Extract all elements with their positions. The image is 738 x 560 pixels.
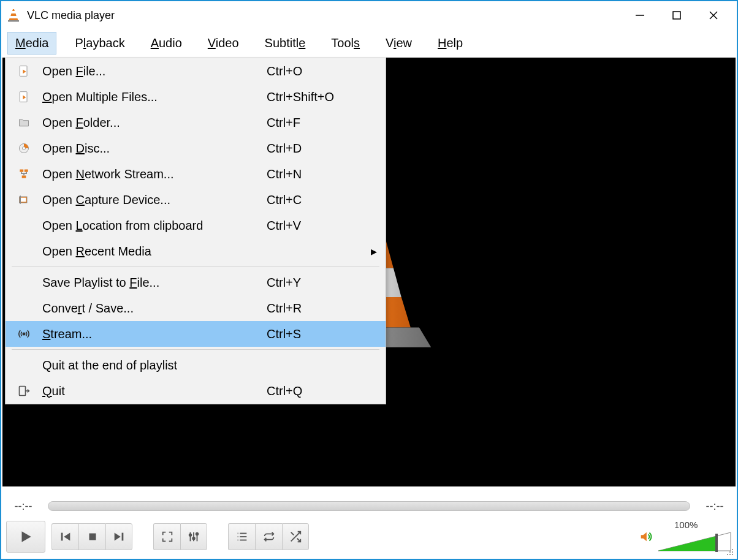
menu-item-shortcut: Ctrl+N xyxy=(267,167,365,181)
svg-rect-19 xyxy=(122,533,124,541)
menu-item-open-network-stream[interactable]: Open Network Stream...Ctrl+N xyxy=(6,161,386,187)
menu-playback[interactable]: Playback xyxy=(67,32,132,54)
minimize-button[interactable] xyxy=(631,7,649,24)
media-menu-dropdown: Open File...Ctrl+OOpen Multiple Files...… xyxy=(5,58,386,404)
menu-video[interactable]: Video xyxy=(200,32,246,54)
svg-rect-17 xyxy=(61,533,63,541)
svg-rect-38 xyxy=(727,554,728,555)
menu-item-shortcut: Ctrl+R xyxy=(267,301,365,316)
speaker-icon[interactable] xyxy=(639,530,652,543)
svg-rect-11 xyxy=(22,176,26,178)
loop-button[interactable] xyxy=(255,523,282,550)
menu-item-shortcut: Ctrl+V xyxy=(267,219,365,233)
svg-rect-0 xyxy=(8,20,19,22)
svg-point-24 xyxy=(192,537,195,540)
svg-rect-34 xyxy=(715,534,718,552)
menu-item-label: Open Disc... xyxy=(32,142,267,156)
menu-item-shortcut: Ctrl+D xyxy=(267,142,365,156)
svg-rect-36 xyxy=(729,551,731,553)
menu-item-label: Stream... xyxy=(32,327,267,341)
stop-button[interactable] xyxy=(78,523,105,550)
elapsed-time[interactable]: --:-- xyxy=(6,500,40,513)
file-play-icon xyxy=(15,91,32,103)
svg-rect-16 xyxy=(20,387,26,396)
menu-audio[interactable]: Audio xyxy=(143,32,189,54)
menu-item-open-capture-device[interactable]: Open Capture Device...Ctrl+C xyxy=(6,187,386,213)
menu-item-open-file[interactable]: Open File...Ctrl+O xyxy=(6,58,386,84)
remaining-time[interactable]: --:-- xyxy=(698,500,732,513)
menu-item-label: Open File... xyxy=(32,64,267,78)
menu-item-open-folder[interactable]: Open Folder...Ctrl+F xyxy=(6,110,386,135)
close-button[interactable] xyxy=(705,7,722,24)
vlc-cone-icon xyxy=(6,8,21,23)
resize-grip[interactable] xyxy=(726,548,734,556)
menu-item-open-location-from-clipboard[interactable]: Open Location from clipboardCtrl+V xyxy=(6,213,386,238)
menu-item-label: Quit at the end of playlist xyxy=(32,358,267,373)
menu-separator xyxy=(12,349,379,350)
submenu-arrow-icon: ▸ xyxy=(365,244,377,259)
menu-item-label: Quit xyxy=(32,384,267,398)
menu-item-shortcut: Ctrl+F xyxy=(267,116,365,130)
svg-rect-37 xyxy=(732,551,733,553)
menu-item-open-recent-media[interactable]: Open Recent Media▸ xyxy=(6,238,386,264)
menu-item-label: Open Location from clipboard xyxy=(32,219,267,233)
menu-item-label: Convert / Save... xyxy=(32,301,267,316)
seek-slider[interactable] xyxy=(48,501,690,511)
quit-icon xyxy=(15,385,32,397)
svg-point-23 xyxy=(189,534,192,536)
svg-rect-35 xyxy=(732,549,733,550)
menu-item-shortcut: Ctrl+C xyxy=(267,193,365,207)
menu-item-shortcut: Ctrl+Q xyxy=(267,384,365,398)
menu-item-quit[interactable]: QuitCtrl+Q xyxy=(6,378,386,404)
capture-icon xyxy=(15,194,32,206)
window-controls xyxy=(631,7,722,24)
seek-bar-row: --:-- --:-- xyxy=(6,498,732,515)
menu-item-shortcut: Ctrl+S xyxy=(267,327,365,341)
menu-item-shortcut: Ctrl+Shift+O xyxy=(267,90,365,104)
svg-rect-39 xyxy=(729,554,731,555)
menu-item-label: Open Recent Media xyxy=(32,244,267,259)
menu-help[interactable]: Help xyxy=(430,32,470,54)
menu-item-stream[interactable]: Stream...Ctrl+S xyxy=(6,321,386,347)
playback-controls: 100% xyxy=(6,520,732,554)
svg-rect-40 xyxy=(732,554,733,555)
svg-rect-9 xyxy=(20,170,23,172)
menu-item-label: Open Folder... xyxy=(32,116,267,130)
menu-item-open-multiple-files[interactable]: Open Multiple Files...Ctrl+Shift+O xyxy=(6,84,386,110)
menu-separator xyxy=(12,267,379,267)
menu-subtitle[interactable]: Subtitle xyxy=(257,32,313,54)
shuffle-button[interactable] xyxy=(282,523,309,550)
menu-item-label: Save Playlist to File... xyxy=(32,276,267,290)
menu-view[interactable]: View xyxy=(378,32,419,54)
menu-item-quit-at-the-end-of-playlist[interactable]: Quit at the end of playlist xyxy=(6,352,386,378)
window-title: VLC media player xyxy=(27,9,631,22)
menu-item-open-disc[interactable]: Open Disc...Ctrl+D xyxy=(6,135,386,161)
folder-icon xyxy=(15,116,32,129)
network-icon xyxy=(15,168,32,180)
previous-button[interactable] xyxy=(51,523,78,550)
playlist-button[interactable] xyxy=(228,523,255,550)
menu-bar: MediaPlaybackAudioVideoSubtitleToolsView… xyxy=(1,29,737,56)
menu-item-label: Open Network Stream... xyxy=(32,167,267,181)
svg-point-25 xyxy=(196,533,199,535)
file-play-icon xyxy=(15,65,32,77)
menu-item-shortcut: Ctrl+O xyxy=(267,64,365,78)
svg-rect-10 xyxy=(25,170,28,172)
svg-point-15 xyxy=(23,333,25,335)
menu-item-label: Open Multiple Files... xyxy=(32,90,267,104)
maximize-button[interactable] xyxy=(668,7,685,24)
svg-rect-14 xyxy=(20,195,21,203)
menu-tools[interactable]: Tools xyxy=(324,32,367,54)
menu-media[interactable]: Media xyxy=(7,32,56,55)
disc-icon xyxy=(15,142,32,154)
play-button[interactable] xyxy=(6,521,45,553)
svg-rect-13 xyxy=(20,198,26,202)
volume-slider[interactable] xyxy=(658,530,732,554)
volume-label: 100% xyxy=(674,520,698,530)
fullscreen-button[interactable] xyxy=(153,523,180,550)
svg-rect-18 xyxy=(89,534,96,540)
next-button[interactable] xyxy=(105,523,132,550)
menu-item-save-playlist-to-file[interactable]: Save Playlist to File...Ctrl+Y xyxy=(6,270,386,295)
menu-item-convert-save[interactable]: Convert / Save...Ctrl+R xyxy=(6,295,386,321)
extended-settings-button[interactable] xyxy=(180,523,207,550)
